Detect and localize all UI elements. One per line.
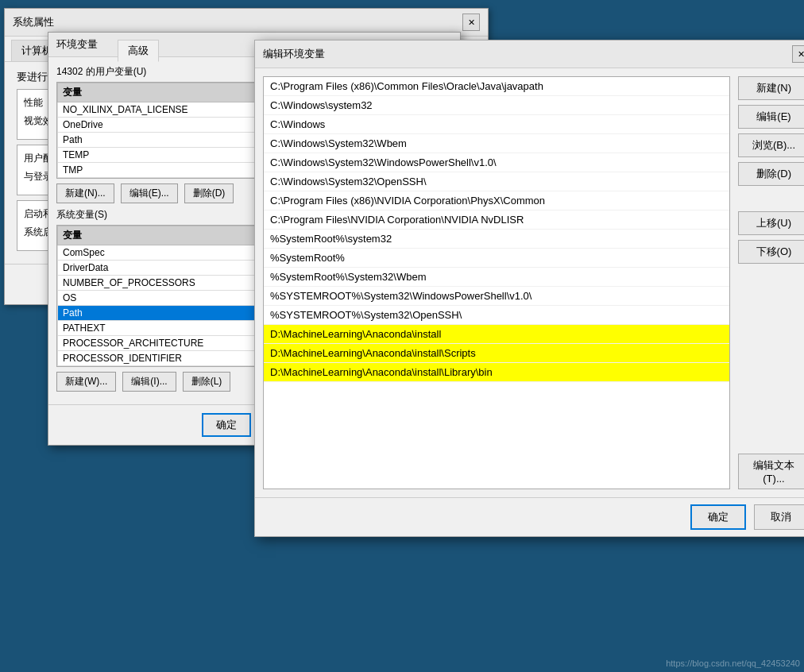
delete-path-button[interactable]: 删除(D): [738, 162, 804, 186]
list-item[interactable]: %SystemRoot%\System32\Wbem: [264, 268, 729, 287]
edit-buttons-panel: 新建(N) 编辑(E) 浏览(B)... 删除(D) 上移(U) 下移(O) 编…: [738, 76, 804, 489]
list-item[interactable]: %SYSTEMROOT%\System32\OpenSSH\: [264, 306, 729, 325]
new-sys-var-button[interactable]: 新建(W)...: [56, 372, 116, 392]
list-item[interactable]: %SystemRoot%\system32: [264, 230, 729, 249]
list-item[interactable]: C:\Windows: [264, 115, 729, 134]
move-down-button[interactable]: 下移(O): [738, 240, 804, 264]
edit-env-title: 编辑环境变量: [263, 47, 325, 61]
delete-user-var-button[interactable]: 删除(D): [184, 183, 234, 203]
edit-env-title-controls: ✕: [792, 45, 804, 63]
list-item[interactable]: C:\Windows\System32\Wbem: [264, 134, 729, 153]
new-path-button[interactable]: 新建(N): [738, 76, 804, 100]
watermark: https://blog.csdn.net/qq_42453240: [666, 658, 800, 668]
edit-env-bottom-buttons: 确定 取消: [255, 497, 804, 536]
browse-path-button[interactable]: 浏览(B)...: [738, 133, 804, 157]
edit-user-var-button[interactable]: 编辑(E)...: [121, 183, 178, 203]
list-item[interactable]: C:\Windows\system32: [264, 96, 729, 115]
delete-sys-var-button[interactable]: 删除(L): [183, 372, 231, 392]
edit-env-close-button[interactable]: ✕: [792, 45, 804, 63]
edit-env-confirm-button[interactable]: 确定: [690, 504, 746, 530]
edit-env-cancel-button[interactable]: 取消: [754, 504, 804, 530]
list-item[interactable]: C:\Program Files (x86)\NVIDIA Corporatio…: [264, 191, 729, 210]
tab-advanced[interactable]: 高级: [118, 40, 159, 62]
new-user-var-button[interactable]: 新建(N)...: [56, 183, 114, 203]
edit-sys-var-button[interactable]: 编辑(I)...: [122, 372, 176, 392]
close-button[interactable]: ✕: [462, 14, 480, 31]
env-confirm-button[interactable]: 确定: [202, 413, 251, 437]
env-vars-title: 环境变量: [56, 37, 98, 52]
list-item[interactable]: D:\MachineLearning\Anaconda\install: [264, 325, 729, 344]
edit-path-button[interactable]: 编辑(E): [738, 105, 804, 129]
list-item[interactable]: %SystemRoot%: [264, 249, 729, 268]
sys-props-title: 系统属性: [13, 15, 54, 29]
edit-env-title-bar: 编辑环境变量 ✕: [255, 41, 804, 68]
move-up-button[interactable]: 上移(U): [738, 211, 804, 235]
list-item[interactable]: C:\Windows\System32\WindowsPowerShell\v1…: [264, 153, 729, 172]
list-item[interactable]: C:\Windows\System32\OpenSSH\: [264, 172, 729, 191]
path-list-container: C:\Program Files (x86)\Common Files\Orac…: [263, 76, 730, 489]
list-item[interactable]: D:\MachineLearning\Anaconda\install\Libr…: [264, 363, 729, 382]
list-item[interactable]: C:\Program Files\NVIDIA Corporation\NVID…: [264, 210, 729, 230]
edit-text-button[interactable]: 编辑文本(T)...: [738, 454, 804, 489]
list-item[interactable]: %SYSTEMROOT%\System32\WindowsPowerShell\…: [264, 287, 729, 306]
list-item[interactable]: D:\MachineLearning\Anaconda\install\Scri…: [264, 344, 729, 363]
edit-env-content: C:\Program Files (x86)\Common Files\Orac…: [255, 68, 804, 497]
list-item[interactable]: C:\Program Files (x86)\Common Files\Orac…: [264, 77, 729, 96]
title-bar-controls: ✕: [462, 14, 480, 31]
edit-env-window: 编辑环境变量 ✕ C:\Program Files (x86)\Common F…: [254, 40, 804, 537]
